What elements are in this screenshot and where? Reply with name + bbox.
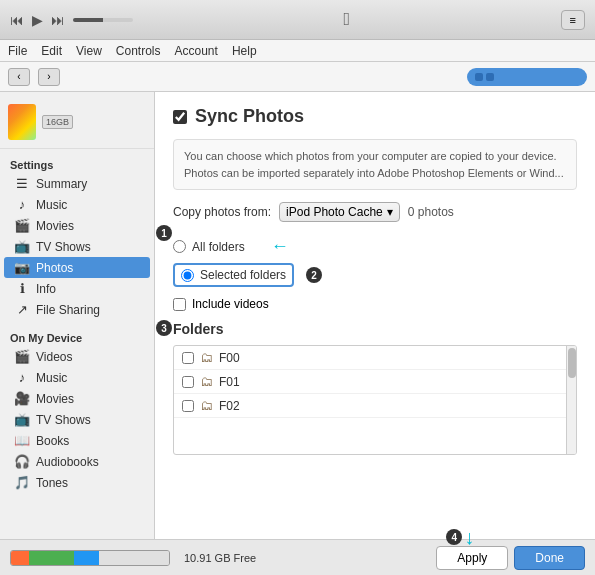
copy-source-select[interactable]: iPod Photo Cache ▾ bbox=[279, 202, 400, 222]
sidebar-item-summary-label: Summary bbox=[36, 177, 87, 191]
list-button[interactable]: ≡ bbox=[561, 10, 585, 30]
sidebar-item-info-label: Info bbox=[36, 282, 56, 296]
sync-header: Sync Photos bbox=[173, 106, 577, 127]
menu-view[interactable]: View bbox=[76, 44, 102, 58]
filesharing-icon: ↗ bbox=[14, 302, 30, 317]
folder-check-f02[interactable] bbox=[182, 400, 194, 412]
sidebar-item-movies2-label: Movies bbox=[36, 392, 74, 406]
folder-item-f00[interactable]: 🗂 F00 bbox=[174, 346, 576, 370]
nav-back-button[interactable]: ‹ bbox=[8, 68, 30, 86]
sidebar-item-filesharing[interactable]: ↗ File Sharing bbox=[4, 299, 150, 320]
annotation-badge-3: 3 bbox=[156, 320, 172, 336]
play-button[interactable]: ▶ bbox=[32, 12, 43, 28]
main-layout: 16GB Settings ☰ Summary ♪ Music 🎬 Movies… bbox=[0, 92, 595, 539]
search-bar[interactable] bbox=[467, 68, 587, 86]
copy-source-value: iPod Photo Cache bbox=[286, 205, 383, 219]
volume-slider[interactable] bbox=[73, 18, 133, 22]
sidebar-item-tvshows2[interactable]: 📺 TV Shows bbox=[4, 409, 150, 430]
apply-button[interactable]: Apply bbox=[436, 546, 508, 570]
menu-controls[interactable]: Controls bbox=[116, 44, 161, 58]
include-videos-checkbox[interactable] bbox=[173, 298, 186, 311]
settings-section-label: Settings bbox=[0, 155, 154, 173]
include-videos-row: Include videos bbox=[173, 297, 577, 311]
folder-check-f00[interactable] bbox=[182, 352, 194, 364]
radio-selected-folders-label: Selected folders bbox=[200, 268, 286, 282]
dropdown-chevron-icon: ▾ bbox=[387, 205, 393, 219]
sidebar-item-info[interactable]: ℹ Info bbox=[4, 278, 150, 299]
done-button[interactable]: Done bbox=[514, 546, 585, 570]
videos-icon: 🎬 bbox=[14, 349, 30, 364]
sidebar-item-books[interactable]: 📖 Books bbox=[4, 430, 150, 451]
nav-forward-button[interactable]: › bbox=[38, 68, 60, 86]
rewind-button[interactable]: ⏮ bbox=[10, 12, 24, 28]
summary-icon: ☰ bbox=[14, 176, 30, 191]
storage-bar bbox=[10, 550, 170, 566]
search-dot-2 bbox=[486, 73, 494, 81]
annotation-badge-2: 2 bbox=[306, 267, 322, 283]
sidebar-item-tvshows2-label: TV Shows bbox=[36, 413, 91, 427]
sidebar-item-tones-label: Tones bbox=[36, 476, 68, 490]
sidebar-item-movies[interactable]: 🎬 Movies bbox=[4, 215, 150, 236]
radio-selected-folders[interactable] bbox=[181, 269, 194, 282]
menu-edit[interactable]: Edit bbox=[41, 44, 62, 58]
folder-icon-f00: 🗂 bbox=[200, 350, 213, 365]
apple-logo:  bbox=[344, 9, 351, 30]
search-dot-1 bbox=[475, 73, 483, 81]
device-info: 16GB bbox=[42, 115, 73, 129]
movies2-icon: 🎥 bbox=[14, 391, 30, 406]
folder-icon-f01: 🗂 bbox=[200, 374, 213, 389]
storage-segment-3 bbox=[74, 551, 99, 565]
annotation-arrow-2: ← bbox=[271, 236, 289, 257]
tvshows-icon: 📺 bbox=[14, 239, 30, 254]
folder-check-f01[interactable] bbox=[182, 376, 194, 388]
folder-name-f02: F02 bbox=[219, 399, 240, 413]
sync-checkbox[interactable] bbox=[173, 110, 187, 124]
transport-controls: ⏮ ▶ ⏭ bbox=[10, 12, 133, 28]
bottom-actions: 4 ↓ Apply Done bbox=[436, 546, 585, 570]
scrollbar-track[interactable] bbox=[566, 346, 576, 454]
sidebar-item-audiobooks[interactable]: 🎧 Audiobooks bbox=[4, 451, 150, 472]
include-videos-label: Include videos bbox=[192, 297, 269, 311]
sidebar-item-music[interactable]: ♪ Music bbox=[4, 194, 150, 215]
radio-all-folders-label: All folders bbox=[192, 240, 245, 254]
scrollbar-thumb[interactable] bbox=[568, 348, 576, 378]
sidebar-item-videos-label: Videos bbox=[36, 350, 72, 364]
sidebar-item-photos[interactable]: 📷 Photos bbox=[4, 257, 150, 278]
sidebar-item-movies-label: Movies bbox=[36, 219, 74, 233]
menu-file[interactable]: File bbox=[8, 44, 27, 58]
storage-segment-2 bbox=[29, 551, 74, 565]
info-icon: ℹ bbox=[14, 281, 30, 296]
sidebar-item-tones[interactable]: 🎵 Tones bbox=[4, 472, 150, 493]
radio-group: All folders ← Selected folders 2 bbox=[173, 236, 577, 287]
apply-container: 4 ↓ Apply bbox=[436, 546, 508, 570]
music2-icon: ♪ bbox=[14, 370, 30, 385]
radio-all-folders[interactable] bbox=[173, 240, 186, 253]
fastforward-button[interactable]: ⏭ bbox=[51, 12, 65, 28]
sidebar-item-movies2[interactable]: 🎥 Movies bbox=[4, 388, 150, 409]
radio-all-folders-row: All folders ← bbox=[173, 236, 577, 257]
menu-account[interactable]: Account bbox=[175, 44, 218, 58]
copy-label: Copy photos from: bbox=[173, 205, 271, 219]
radio-selected-folders-row: Selected folders 2 bbox=[173, 263, 577, 287]
nav-bar: ‹ › bbox=[0, 62, 595, 92]
sync-title: Sync Photos bbox=[195, 106, 304, 127]
menu-help[interactable]: Help bbox=[232, 44, 257, 58]
sidebar-item-music-label: Music bbox=[36, 198, 67, 212]
folder-name-f00: F00 bbox=[219, 351, 240, 365]
sidebar-item-tvshows-label: TV Shows bbox=[36, 240, 91, 254]
photos-icon: 📷 bbox=[14, 260, 30, 275]
sidebar-item-summary[interactable]: ☰ Summary bbox=[4, 173, 150, 194]
folders-list: 🗂 F00 🗂 F01 🗂 F02 bbox=[173, 345, 577, 455]
content-area: ↓ 1 Sync Photos You can choose which pho… bbox=[155, 92, 595, 539]
storage-segment-1 bbox=[11, 551, 29, 565]
description-text: You can choose which photos from your co… bbox=[173, 139, 577, 190]
radio-selected-folders-container: Selected folders bbox=[173, 263, 294, 287]
sidebar-item-music2[interactable]: ♪ Music bbox=[4, 367, 150, 388]
photos-count: 0 photos bbox=[408, 205, 454, 219]
sidebar-item-books-label: Books bbox=[36, 434, 69, 448]
device-icon bbox=[8, 104, 36, 140]
sidebar-item-tvshows[interactable]: 📺 TV Shows bbox=[4, 236, 150, 257]
folder-item-f02[interactable]: 🗂 F02 bbox=[174, 394, 576, 418]
folder-item-f01[interactable]: 🗂 F01 bbox=[174, 370, 576, 394]
sidebar-item-videos[interactable]: 🎬 Videos bbox=[4, 346, 150, 367]
